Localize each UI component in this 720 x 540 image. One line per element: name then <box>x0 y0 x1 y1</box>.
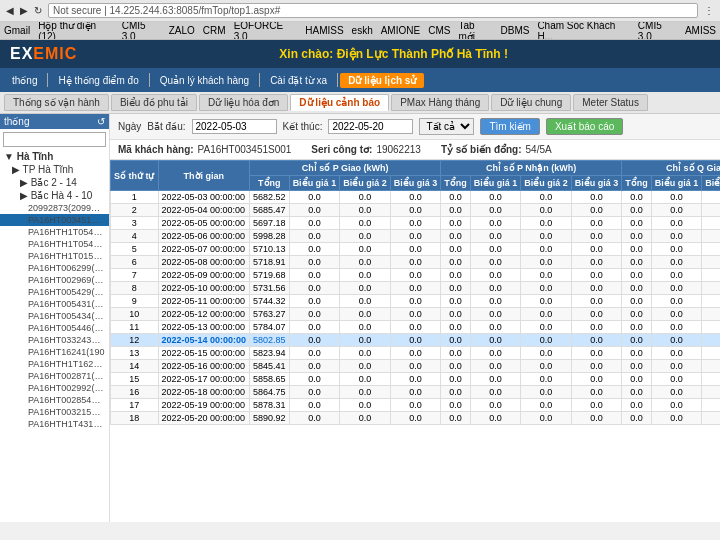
sidebar-item-node15[interactable]: PA16HT002871(190 <box>0 370 109 382</box>
q-bg1: Biểu giá 1 <box>651 176 702 191</box>
gmail-link[interactable]: Gmail <box>4 25 30 36</box>
data-cell: 0.0 <box>289 360 340 373</box>
ma-value: PA16HT003451S001 <box>198 144 292 155</box>
subtab-dulieucanhbao[interactable]: Dữ liệu cảnh báo <box>290 94 389 111</box>
col-q-header: Chỉ số Q Giao (kVAR) <box>622 161 720 176</box>
tatca-select[interactable]: Tất cả <box>419 118 474 135</box>
data-cell: 0.0 <box>571 386 622 399</box>
data-cell: 0.0 <box>470 256 521 269</box>
subtab-dulieuhoadon[interactable]: Dữ liệu hóa đơn <box>199 94 288 111</box>
ty-label: Tỷ số biến đổng: <box>441 144 522 155</box>
sidebar-item-node18[interactable]: PA16HT003215671(1 <box>0 406 109 418</box>
sidebar-search-input[interactable] <box>3 132 106 147</box>
data-cell: 0.0 <box>651 347 702 360</box>
seri-value: 19062213 <box>376 144 421 155</box>
browser-menu[interactable]: ⋮ <box>704 5 714 16</box>
table-row: 22022-05-04 00:00:005685.470.00.00.00.00… <box>111 204 721 217</box>
sidebar-item-node1[interactable]: 20992873(20992873) <box>0 202 109 214</box>
url-bar[interactable]: Not secure | 14.225.244.63:8085/fmTop/to… <box>48 3 698 18</box>
meter-info: Mã khách hàng: PA16HT003451S001 Seri côn… <box>110 140 720 160</box>
browser-refresh[interactable]: ↻ <box>34 5 42 16</box>
sidebar-refresh-icon[interactable]: ↺ <box>97 116 105 127</box>
sidebar-item-node16[interactable]: PA16HT002992(190 <box>0 382 109 394</box>
data-cell: 1 <box>111 191 159 204</box>
sidebar-item-node7[interactable]: PA16HT002969(190 <box>0 274 109 286</box>
sidebar-item-node19[interactable]: PA16HTH1T4319(190 <box>0 418 109 430</box>
search-button[interactable]: Tìm kiếm <box>480 118 540 135</box>
subtab-pmaxhang[interactable]: PMax Hàng tháng <box>391 94 489 111</box>
sidebar-item-node6[interactable]: PA16HT006299(190 <box>0 262 109 274</box>
sidebar-item-node2[interactable]: PA16HT003451S001 <box>0 214 109 226</box>
sidebar-item-node10[interactable]: PA16HT005434(19C <box>0 310 109 322</box>
nav-qlkh[interactable]: Quản lý khách hàng <box>152 73 257 88</box>
data-cell: 0.0 <box>521 399 572 412</box>
amione-link[interactable]: AMIONE <box>381 25 420 36</box>
data-cell: 5697.18 <box>250 217 290 230</box>
sidebar-item-hattinh[interactable]: ▼ Hà Tĩnh <box>0 150 109 163</box>
time-cell: 2022-05-10 00:00:00 <box>158 282 250 295</box>
subtab-bieudo[interactable]: Biểu đồ phu tải <box>111 94 197 111</box>
nav-dulieu[interactable]: Dữ liệu lịch sử <box>340 73 424 88</box>
data-cell: 0.0 <box>441 256 471 269</box>
sidebar-item-tphattinh[interactable]: ▶ TP Hà Tĩnh <box>0 163 109 176</box>
data-cell: 0.0 <box>651 217 702 230</box>
sidebar-item-node5[interactable]: PA16HTH1T015443(1 <box>0 250 109 262</box>
email-link[interactable]: Hộp thư điện (12) <box>38 22 114 40</box>
cmis-link[interactable]: CMI5 3.0 <box>122 22 161 40</box>
nav-thong[interactable]: thống <box>4 73 45 88</box>
data-cell: 0.0 <box>340 243 391 256</box>
sidebar-item-bac2[interactable]: ▶ Bắc 2 - 14 <box>0 176 109 189</box>
data-cell: 5890.92 <box>250 412 290 425</box>
sidebar-item-node12[interactable]: PA16HT0332430091( <box>0 334 109 346</box>
eskh-link[interactable]: eskh <box>352 25 373 36</box>
cmis3-link[interactable]: CMI5 3.0 <box>638 22 677 40</box>
data-cell: 0.0 <box>521 204 572 217</box>
sidebar-item-node8[interactable]: PA16HT005429(19C <box>0 286 109 298</box>
time-cell: 2022-05-19 00:00:00 <box>158 399 250 412</box>
sidebar-item-node3[interactable]: PA16HTH1T05431(19C <box>0 226 109 238</box>
browser-forward[interactable]: ▶ <box>20 5 28 16</box>
ketthuc-input[interactable] <box>328 119 413 134</box>
export-button[interactable]: Xuất báo cáo <box>546 118 623 135</box>
zalo-link[interactable]: ZALO <box>169 25 195 36</box>
data-cell: 0.0 <box>521 243 572 256</box>
data-cell: 0.0 <box>622 399 652 412</box>
subtab-meterstatus[interactable]: Meter Status <box>573 94 648 111</box>
nav-caidat[interactable]: Cài đặt từ xa <box>262 73 335 88</box>
main-layout: thống ↺ ▼ Hà Tĩnh▶ TP Hà Tĩnh▶ Bắc 2 - 1… <box>0 114 720 522</box>
data-cell: 0.0 <box>571 204 622 217</box>
amiss-link[interactable]: AMISS <box>685 25 716 36</box>
data-cell: 0.0 <box>390 295 441 308</box>
data-cell: 0.0 <box>470 308 521 321</box>
sidebar-item-node11[interactable]: PA16HT005446(19C <box>0 322 109 334</box>
table-row: 132022-05-15 00:00:005823.940.00.00.00.0… <box>111 347 721 360</box>
hamiss-link[interactable]: HAMISS <box>305 25 343 36</box>
eoforce-link[interactable]: EOFORCE 3.0 <box>234 22 298 40</box>
data-cell: 0.0 <box>571 360 622 373</box>
subtab-dulieuchung[interactable]: Dữ liệu chung <box>491 94 571 111</box>
data-cell: 0.0 <box>702 230 720 243</box>
subtab-thongso[interactable]: Thống số vận hành <box>4 94 109 111</box>
batdau-input[interactable] <box>192 119 277 134</box>
data-cell: 0.0 <box>622 269 652 282</box>
nav-htddo[interactable]: Hệ thống điểm đo <box>50 73 146 88</box>
data-cell: 0.0 <box>521 230 572 243</box>
sidebar-item-node13[interactable]: PA16HT16241(190 <box>0 346 109 358</box>
sidebar-item-node14[interactable]: PA16HTH1T16240(190 <box>0 358 109 370</box>
data-cell: 0.0 <box>571 217 622 230</box>
crm-link[interactable]: CRM <box>203 25 226 36</box>
data-cell: 11 <box>111 321 159 334</box>
chamSoc-link[interactable]: Chăm Sóc Khách H... <box>537 22 629 40</box>
cms-link[interactable]: CMS <box>428 25 450 36</box>
data-cell: 0.0 <box>390 347 441 360</box>
sidebar-item-node9[interactable]: PA16HT005431(19C <box>0 298 109 310</box>
tabnew-link[interactable]: Tab mới <box>458 22 492 40</box>
browser-back[interactable]: ◀ <box>6 5 14 16</box>
sidebar-item-node17[interactable]: PA16HT0028541(190 <box>0 394 109 406</box>
dbms-link[interactable]: DBMS <box>500 25 529 36</box>
data-cell: 0.0 <box>390 269 441 282</box>
sidebar-item-bacha4[interactable]: ▶ Bắc Hà 4 - 10 <box>0 189 109 202</box>
sidebar-item-node4[interactable]: PA16HTH1T05430(19C <box>0 238 109 250</box>
data-cell: 0.0 <box>390 217 441 230</box>
data-cell: 5845.41 <box>250 360 290 373</box>
